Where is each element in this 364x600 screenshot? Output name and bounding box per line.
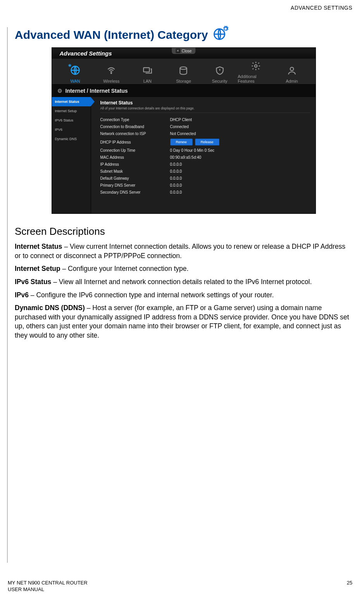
tab-label: Admin bbox=[286, 79, 298, 83]
status-row: MAC Address00:90:a9:a5:5d:40 bbox=[100, 155, 310, 160]
row-value: 0.0.0.0 bbox=[170, 176, 182, 180]
sidebar-item-ipv6[interactable]: IPV6 bbox=[52, 125, 91, 134]
svg-point-3 bbox=[111, 73, 112, 73]
globe-icon bbox=[70, 65, 81, 77]
status-row: Connection Up Time0 Day 0 Hour 0 Min 0 S… bbox=[100, 148, 310, 153]
release-button[interactable]: Release bbox=[195, 139, 219, 146]
svg-rect-4 bbox=[144, 68, 150, 72]
status-row: IP Address0.0.0.0 bbox=[100, 162, 310, 166]
sidebar: Internet StatusInternet SetupIPV6 Status… bbox=[52, 97, 91, 213]
hdd-icon bbox=[178, 66, 188, 77]
close-button[interactable]: ✕ Close bbox=[172, 48, 196, 54]
description-text: – View all Internet and network connecti… bbox=[51, 278, 312, 286]
page-number: 25 bbox=[347, 580, 352, 593]
status-row: DHCP IP AddressRenewRelease bbox=[100, 139, 310, 146]
status-row: Connection TypeDHCP Client bbox=[100, 118, 310, 122]
tab-wireless[interactable]: Wireless bbox=[93, 66, 129, 83]
row-label: IP Address bbox=[100, 162, 170, 166]
status-row: Primary DNS Server0.0.0.0 bbox=[100, 183, 310, 187]
screenshot-body: Internet StatusInternet SetupIPV6 Status… bbox=[52, 97, 316, 213]
monitor-icon bbox=[142, 66, 152, 77]
window-title: Advanced Settings bbox=[60, 50, 112, 57]
row-label: Secondary DNS Server bbox=[100, 190, 170, 194]
doc-heading: Screen Descriptions bbox=[15, 225, 352, 238]
section-title-row: Advanced WAN (Internet) Category bbox=[15, 27, 352, 43]
status-row: Network connection to ISPNot Connected bbox=[100, 132, 310, 136]
row-value: 0.0.0.0 bbox=[170, 162, 182, 166]
close-icon: ✕ bbox=[176, 49, 180, 53]
row-label: Subnet Mask bbox=[100, 169, 170, 173]
window-titlebar: Advanced Settings ✕ Close bbox=[52, 48, 316, 59]
description-text: – View current Internet connection detai… bbox=[15, 243, 345, 260]
tab-wan[interactable]: WAN bbox=[57, 65, 93, 83]
svg-point-5 bbox=[180, 67, 187, 69]
router-ui-screenshot: Advanced Settings ✕ Close WANWirelessLAN… bbox=[52, 47, 316, 214]
tab-security[interactable]: Security bbox=[202, 66, 238, 83]
tab-label: WAN bbox=[70, 79, 80, 83]
row-value: RenewRelease bbox=[170, 139, 222, 146]
section-title-text: Advanced WAN (Internet) Category bbox=[15, 28, 208, 42]
row-value: Not Connected bbox=[170, 132, 196, 136]
tab-label: Additional Features bbox=[238, 74, 274, 83]
row-value: Connected bbox=[170, 125, 189, 129]
tab-admin[interactable]: Admin bbox=[274, 66, 310, 83]
row-label: Default Gateway bbox=[100, 176, 170, 180]
description-term: Dynamic DNS (DDNS) bbox=[15, 304, 85, 312]
breadcrumb-text: Internet / Internet Status bbox=[66, 88, 128, 94]
row-label: Connection to Broadband bbox=[100, 125, 170, 129]
description-paragraph: IPv6 Status – View all Internet and netw… bbox=[15, 277, 352, 287]
description-term: IPv6 Status bbox=[15, 278, 51, 286]
shield-icon bbox=[215, 66, 225, 77]
footer-product: MY NET N900 CENTRAL ROUTER bbox=[8, 580, 88, 586]
close-label: Close bbox=[182, 49, 192, 53]
page-header: ADVANCED SETTINGS bbox=[291, 5, 352, 11]
gear-icon: ⚙ bbox=[57, 88, 62, 94]
top-nav-tabs: WANWirelessLANStorageSecurityAdditional … bbox=[52, 59, 316, 85]
footer-left: MY NET N900 CENTRAL ROUTER USER MANUAL bbox=[8, 580, 88, 593]
description-paragraph: Internet Setup – Configure your Internet… bbox=[15, 264, 352, 274]
tab-label: LAN bbox=[143, 79, 152, 83]
tab-lan[interactable]: LAN bbox=[129, 66, 166, 83]
renew-button[interactable]: Renew bbox=[170, 139, 193, 146]
globe-gear-icon bbox=[212, 27, 228, 43]
sidebar-item-dynamic-dns[interactable]: Dynamic DNS bbox=[52, 134, 91, 144]
content-area: Advanced WAN (Internet) Category Advance… bbox=[7, 27, 352, 563]
panel-title: Internet Status bbox=[100, 100, 310, 106]
row-value: 00:90:a9:a5:5d:40 bbox=[170, 155, 202, 160]
sidebar-item-internet-status[interactable]: Internet Status bbox=[52, 97, 91, 106]
svg-point-7 bbox=[290, 67, 294, 71]
row-label: MAC Address bbox=[100, 155, 170, 160]
tab-storage[interactable]: Storage bbox=[166, 66, 202, 83]
tab-additional-features[interactable]: Additional Features bbox=[238, 61, 274, 83]
row-label: Connection Up Time bbox=[100, 148, 170, 153]
footer-manual: USER MANUAL bbox=[8, 586, 44, 592]
status-row: Secondary DNS Server0.0.0.0 bbox=[100, 190, 310, 194]
breadcrumb: ⚙ Internet / Internet Status bbox=[52, 85, 316, 97]
tab-label: Wireless bbox=[103, 79, 119, 83]
tab-label: Storage bbox=[176, 79, 191, 83]
svg-point-6 bbox=[255, 65, 257, 68]
description-term: Internet Setup bbox=[15, 265, 60, 272]
status-row: Subnet Mask0.0.0.0 bbox=[100, 169, 310, 173]
description-text: – Configure the IPv6 connection type and… bbox=[29, 291, 274, 299]
tab-label: Security bbox=[212, 79, 228, 83]
panel-subtitle: All of your Internet connection details … bbox=[100, 106, 310, 113]
sidebar-item-ipv6-status[interactable]: IPV6 Status bbox=[52, 116, 91, 125]
description-paragraph: Internet Status – View current Internet … bbox=[15, 242, 352, 260]
wifi-icon bbox=[106, 66, 116, 77]
description-term: IPv6 bbox=[15, 291, 29, 299]
row-value: 0.0.0.0 bbox=[170, 169, 182, 173]
row-value: DHCP Client bbox=[170, 118, 192, 122]
row-label: Connection Type bbox=[100, 118, 170, 122]
gear-icon bbox=[251, 61, 261, 73]
description-text: – Configure your Internet connection typ… bbox=[60, 265, 189, 272]
main-panel: Internet Status All of your Internet con… bbox=[91, 97, 316, 213]
row-value: 0.0.0.0 bbox=[170, 190, 182, 194]
status-row: Default Gateway0.0.0.0 bbox=[100, 176, 310, 180]
status-row: Connection to BroadbandConnected bbox=[100, 125, 310, 129]
row-value: 0.0.0.0 bbox=[170, 183, 182, 187]
user-icon bbox=[287, 66, 297, 77]
description-term: Internet Status bbox=[15, 243, 62, 250]
sidebar-item-internet-setup[interactable]: Internet Setup bbox=[52, 106, 91, 116]
description-paragraph: IPv6 – Configure the IPv6 connection typ… bbox=[15, 291, 352, 300]
